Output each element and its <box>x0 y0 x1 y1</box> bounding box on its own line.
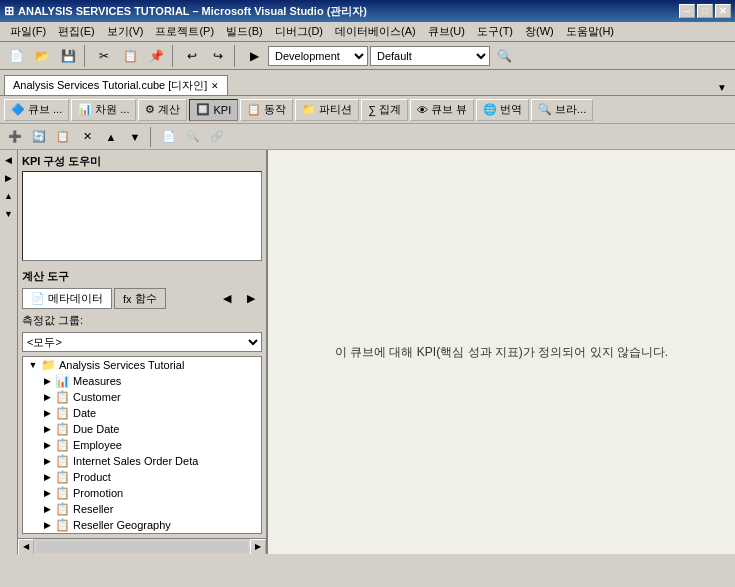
tree-item-internet-sales[interactable]: ▶ 📋 Internet Sales Order Deta <box>23 453 261 469</box>
menu-edit[interactable]: 편집(E) <box>52 22 101 41</box>
scroll-track[interactable] <box>36 541 248 553</box>
side-btn-1[interactable]: ◀ <box>1 152 17 168</box>
kpi-list-button[interactable]: 📋 <box>52 127 74 147</box>
tree-label-employee: Employee <box>73 439 122 451</box>
expand-icon-root[interactable]: ▼ <box>25 360 41 370</box>
tree-item-date[interactable]: ▶ 📋 Date <box>23 405 261 421</box>
tree-item-product[interactable]: ▶ 📋 Product <box>23 469 261 485</box>
tree-item-employee[interactable]: ▶ 📋 Employee <box>23 437 261 453</box>
build-config-dropdown[interactable]: Development <box>268 46 368 66</box>
doc-tab-close-icon[interactable]: ✕ <box>211 81 219 91</box>
tab-kpi[interactable]: 🔲 KPI <box>189 99 238 121</box>
expand-icon-internet-sales[interactable]: ▶ <box>39 456 55 466</box>
function-tab-label: 함수 <box>135 291 157 306</box>
expand-icon-customer[interactable]: ▶ <box>39 392 55 402</box>
doc-tab-label: Analysis Services Tutorial.cube [디자인] <box>13 78 207 93</box>
expand-icon-promotion[interactable]: ▶ <box>39 488 55 498</box>
partition-tab-icon: 📁 <box>302 103 316 116</box>
main-content: ◀ ▶ ▲ ▼ KPI 구성 도우미 계산 도구 📄 메타데이터 fx 함수 ◀ <box>0 150 735 554</box>
app-icon: ⊞ <box>4 4 14 18</box>
run-button[interactable]: ▶ <box>242 45 266 67</box>
tab-aggregation[interactable]: ∑ 집계 <box>361 99 408 121</box>
platform-dropdown[interactable]: Default <box>370 46 490 66</box>
open-button[interactable]: 📂 <box>30 45 54 67</box>
copy-button[interactable]: 📋 <box>118 45 142 67</box>
tree-item-measures[interactable]: ▶ 📊 Measures <box>23 373 261 389</box>
delete-button[interactable]: ✕ <box>76 127 98 147</box>
undo-button[interactable]: ↩ <box>180 45 204 67</box>
expand-icon-reseller[interactable]: ▶ <box>39 504 55 514</box>
scroll-left-btn[interactable]: ◀ <box>18 539 34 555</box>
side-btn-2[interactable]: ▶ <box>1 170 17 186</box>
tab-action[interactable]: 📋 동작 <box>240 99 293 121</box>
calc-tools-panel: 계산 도구 📄 메타데이터 fx 함수 ◀ ▶ 측정값 그룹: <모두> <box>18 265 266 538</box>
expand-icon-reseller-geo[interactable]: ▶ <box>39 520 55 530</box>
tree-nav-next[interactable]: ▶ <box>240 288 262 308</box>
menu-build[interactable]: 빌드(B) <box>220 22 269 41</box>
tab-dimension[interactable]: 📊 차원 ... <box>71 99 136 121</box>
move-up-button[interactable]: ▲ <box>100 127 122 147</box>
kpi-browser-button[interactable]: 🔍 <box>182 127 204 147</box>
paste-button[interactable]: 📌 <box>144 45 168 67</box>
tree-item-duedate[interactable]: ▶ 📋 Due Date <box>23 421 261 437</box>
menu-window[interactable]: 창(W) <box>519 22 560 41</box>
tree-label-reseller-geo: Reseller Geography <box>73 519 171 531</box>
expand-icon-duedate[interactable]: ▶ <box>39 424 55 434</box>
doc-tab-dropdown[interactable]: ▼ <box>713 80 731 95</box>
search-button[interactable]: 🔍 <box>492 45 516 67</box>
right-panel: 이 큐브에 대해 KPI(핵심 성과 지표)가 정의되어 있지 않습니다. <box>268 150 735 554</box>
doc-tab-cube[interactable]: Analysis Services Tutorial.cube [디자인] ✕ <box>4 75 228 95</box>
tab-cube-view[interactable]: 👁 큐브 뷰 <box>410 99 474 121</box>
move-down-button[interactable]: ▼ <box>124 127 146 147</box>
side-btn-4[interactable]: ▼ <box>1 206 17 222</box>
redo-button[interactable]: ↪ <box>206 45 230 67</box>
scroll-right-btn[interactable]: ▶ <box>250 539 266 555</box>
kpi-form-button[interactable]: 📄 <box>158 127 180 147</box>
menu-database[interactable]: 데이터베이스(A) <box>329 22 422 41</box>
menu-project[interactable]: 프로젝트(P) <box>149 22 220 41</box>
menu-help[interactable]: 도움말(H) <box>560 22 620 41</box>
close-button[interactable]: ✕ <box>715 4 731 18</box>
menu-debug[interactable]: 디버그(D) <box>269 22 329 41</box>
menu-view[interactable]: 보기(V) <box>101 22 150 41</box>
tree-label-measures: Measures <box>73 375 121 387</box>
expand-icon-product[interactable]: ▶ <box>39 472 55 482</box>
save-button[interactable]: 💾 <box>56 45 80 67</box>
new-button[interactable]: 📄 <box>4 45 28 67</box>
browser-tab-label: 브라... <box>555 102 586 117</box>
partition-tab-label: 파티션 <box>319 102 352 117</box>
menu-cube[interactable]: 큐브(U) <box>422 22 471 41</box>
tree-item-customer[interactable]: ▶ 📋 Customer <box>23 389 261 405</box>
reseller-geo-icon: 📋 <box>55 518 70 532</box>
cut-button[interactable]: ✂ <box>92 45 116 67</box>
refresh-button[interactable]: 🔄 <box>28 127 50 147</box>
expand-icon-date[interactable]: ▶ <box>39 408 55 418</box>
tree-item-promotion[interactable]: ▶ 📋 Promotion <box>23 485 261 501</box>
tab-cube[interactable]: 🔷 큐브 ... <box>4 99 69 121</box>
kpi-reconnect-button[interactable]: 🔗 <box>206 127 228 147</box>
tree-item-root[interactable]: ▼ 📁 Analysis Services Tutorial <box>23 357 261 373</box>
side-btn-3[interactable]: ▲ <box>1 188 17 204</box>
menu-tools[interactable]: 도구(T) <box>471 22 519 41</box>
expand-icon-employee[interactable]: ▶ <box>39 440 55 450</box>
tree-item-reseller-geo[interactable]: ▶ 📋 Reseller Geography <box>23 517 261 533</box>
reseller-icon: 📋 <box>55 502 70 516</box>
tree-label-promotion: Promotion <box>73 487 123 499</box>
empty-message: 이 큐브에 대해 KPI(핵심 성과 지표)가 정의되어 있지 않습니다. <box>335 344 668 361</box>
tab-translation[interactable]: 🌐 번역 <box>476 99 529 121</box>
expand-icon-measures[interactable]: ▶ <box>39 376 55 386</box>
trans-tab-label: 번역 <box>500 102 522 117</box>
minimize-button[interactable]: ─ <box>679 4 695 18</box>
tab-browser[interactable]: 🔍 브라... <box>531 99 593 121</box>
tab-partition[interactable]: 📁 파티션 <box>295 99 359 121</box>
new-kpi-button[interactable]: ➕ <box>4 127 26 147</box>
tab-calculation[interactable]: ⚙ 계산 <box>138 99 187 121</box>
measure-group-dropdown[interactable]: <모두> <box>22 332 262 352</box>
tree-item-reseller[interactable]: ▶ 📋 Reseller <box>23 501 261 517</box>
menu-file[interactable]: 파일(F) <box>4 22 52 41</box>
maximize-button[interactable]: □ <box>697 4 713 18</box>
tab-function[interactable]: fx 함수 <box>114 288 166 309</box>
tab-metadata[interactable]: 📄 메타데이터 <box>22 288 112 309</box>
root-folder-icon: 📁 <box>41 358 56 372</box>
tree-nav-prev[interactable]: ◀ <box>216 288 238 308</box>
